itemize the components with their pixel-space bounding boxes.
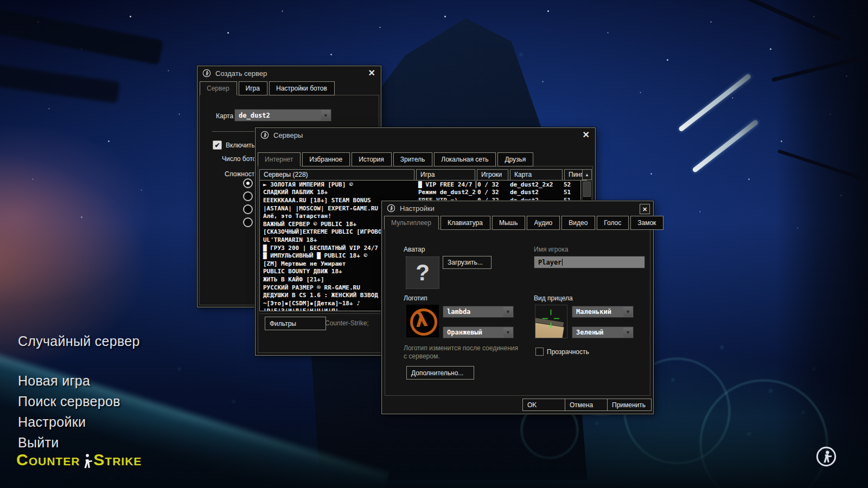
server-game: Режим de_dust2_2x2 (417, 189, 476, 196)
player-name-value: Player (538, 259, 561, 266)
cs-window-icon (387, 204, 395, 213)
logo-counter-text: COUNTER (16, 452, 80, 468)
tab-Настройки ботов[interactable]: Настройки ботов (269, 81, 335, 95)
sword-hilt (678, 73, 752, 132)
create-server-title: Создать сервер (215, 69, 267, 78)
tab-Замок[interactable]: Замок (630, 216, 663, 230)
filters-button[interactable]: Фильтры (265, 317, 326, 330)
player-name-label: Имя игрока (534, 246, 568, 253)
tab-Голос[interactable]: Голос (597, 216, 629, 230)
chevron-down-icon[interactable]: ▼ (503, 328, 513, 337)
close-icon[interactable]: ✕ (583, 130, 590, 140)
ok-button[interactable]: OK (522, 399, 567, 411)
text-caret (562, 259, 563, 266)
server-ping: 51 (561, 189, 581, 196)
menu-item-options[interactable]: Настройки (18, 414, 140, 430)
scrollbar-thumb[interactable] (583, 182, 591, 197)
map-dropdown[interactable]: de_dust2 ▼ (234, 109, 331, 121)
apply-button[interactable]: Применить (607, 399, 652, 411)
avatar-label: Аватар (404, 246, 425, 253)
tab-Мультиплеер[interactable]: Мультиплеер (384, 216, 439, 230)
column-servers[interactable]: Серверы (228) (259, 169, 414, 181)
logo-color-dropdown[interactable]: Оранжевый ▼ (443, 326, 514, 338)
logo-dropdown[interactable]: lambda ▼ (443, 306, 514, 318)
player-name-input[interactable]: Player (534, 256, 645, 268)
crosshair-color-value: Зеленый (576, 329, 604, 336)
server-game: █ VIP FREE 24/7 █ (417, 181, 476, 188)
server-row[interactable]: ► ЗОЛОТАЯ ИМПЕРИЯ [PUB] ©█ VIP FREE 24/7… (260, 181, 580, 189)
logo-label: Логотип (404, 294, 427, 302)
server-name: СЛАДКИЙ ПАБЛИК 18+ (260, 189, 417, 196)
sparkles (0, 0, 1, 1)
close-icon[interactable]: ✕ (368, 68, 375, 78)
enable-bots-checkbox[interactable]: ✔ (213, 140, 222, 150)
chevron-down-icon[interactable]: ▼ (623, 307, 633, 317)
cs-window-icon (260, 131, 269, 139)
chevron-down-icon[interactable]: ▼ (623, 328, 633, 337)
settings-tabbar: МультиплеерКлавиатураМышьАудиоВидеоГолос… (384, 216, 663, 230)
crosshair-segment (551, 323, 551, 328)
tab-Игра[interactable]: Игра (239, 81, 267, 95)
cs-window-icon (202, 69, 211, 78)
crosshair-color-dropdown[interactable]: Зеленый ▼ (572, 326, 634, 338)
crosshair-segment (554, 318, 559, 319)
chevron-down-icon[interactable]: ▼ (503, 307, 513, 317)
server-row[interactable]: СЛАДКИЙ ПАБЛИК 18+Режим de_dust2_2x20 / … (260, 189, 580, 197)
server-name: ► ЗОЛОТАЯ ИМПЕРИЯ [PUB] © (260, 181, 417, 188)
upload-avatar-button[interactable]: Загрузить... (443, 256, 492, 269)
tab-Избранное[interactable]: Избранное (302, 152, 350, 166)
tab-Клавиатура[interactable]: Клавиатура (441, 216, 490, 230)
logo-dropdown-value: lambda (447, 308, 470, 316)
tab-Интернет[interactable]: Интернет (258, 152, 301, 166)
column-game[interactable]: Игра (416, 169, 475, 181)
column-players[interactable]: Игроки (477, 169, 508, 181)
tab-Аудио[interactable]: Аудио (527, 216, 560, 230)
counter-strike-logo: COUNTER STRIKE (16, 452, 142, 468)
transparency-checkbox[interactable] (535, 348, 544, 356)
menu-item-new-game[interactable]: Новая игра (18, 373, 140, 389)
avatar[interactable]: ? (406, 257, 439, 288)
logo-color-value: Оранжевый (447, 329, 482, 336)
tab-Сервер[interactable]: Сервер (200, 81, 237, 95)
bots-count-label: Число ботов (222, 155, 260, 163)
tab-Локальная сеть[interactable]: Локальная сеть (434, 152, 496, 166)
sword-hilt-2 (692, 119, 759, 173)
chevron-down-icon[interactable]: ▼ (321, 110, 330, 120)
difficulty-radio-0[interactable] (243, 178, 253, 188)
cs-emblem-icon (815, 446, 837, 467)
avatar-placeholder: ? (416, 260, 430, 286)
settings-window: Настройки ✕ МультиплеерКлавиатураМышьАуд… (381, 201, 654, 414)
cancel-button[interactable]: Отмена (565, 399, 609, 411)
difficulty-radio-3[interactable] (243, 217, 253, 227)
server-list-header: Серверы (228) Игра Игроки Карта Пинг (259, 169, 589, 181)
difficulty-radio-2[interactable] (243, 204, 253, 214)
difficulty-radio-1[interactable] (243, 191, 253, 201)
menu-item-find-servers[interactable]: Поиск серверов (18, 394, 140, 409)
crosshair-size-dropdown[interactable]: Маленький ▼ (572, 306, 634, 318)
server-ping: 52 (561, 181, 581, 188)
settings-titlebar: Настройки (382, 201, 653, 215)
scroll-up-icon[interactable]: ▲ (582, 169, 592, 180)
menu-item-random-server[interactable]: Случайный сервер (18, 333, 140, 349)
pagoda-roof-silhouette-2 (0, 59, 120, 103)
map-label: Карта (216, 112, 233, 120)
create-server-titlebar: Создать сервер (197, 66, 381, 80)
menu-item-quit[interactable]: Выйти (18, 435, 140, 451)
advanced-button[interactable]: Дополнительно... (406, 366, 474, 380)
tab-История[interactable]: История (352, 152, 392, 166)
pagoda-roof-silhouette (0, 3, 163, 65)
main-menu: Случайный сервер Новая игра Поиск сервер… (18, 333, 140, 455)
tab-Зритель[interactable]: Зритель (393, 152, 433, 166)
server-players: 0 / 32 (476, 189, 508, 196)
close-icon[interactable]: ✕ (640, 204, 650, 214)
tab-Друзья[interactable]: Друзья (497, 152, 533, 166)
column-map[interactable]: Карта (510, 169, 563, 181)
crosshair-segment (551, 310, 551, 315)
lambda-icon: λ (414, 307, 429, 332)
server-map: de_dust2 (508, 189, 561, 196)
transparency-label: Прозрачность (547, 348, 589, 356)
server-players: 0 / 32 (476, 181, 508, 188)
tab-Мышь[interactable]: Мышь (492, 216, 526, 230)
difficulty-radio-group (243, 178, 253, 230)
tab-Видео[interactable]: Видео (561, 216, 595, 230)
